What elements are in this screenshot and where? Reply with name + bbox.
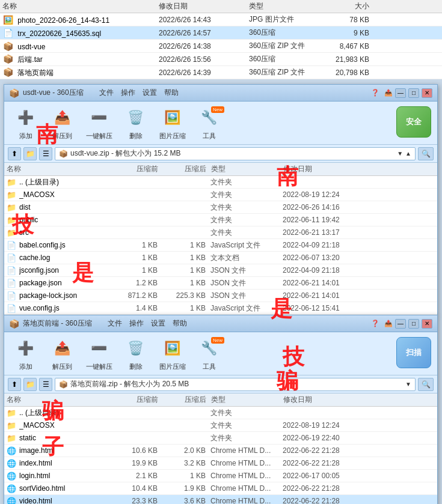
zip-file-row-zip-file-rows-1-10[interactable]: 📄 vue.config.js 1.4 KB 1 KB JavaScript 文… [4, 302, 437, 315]
win-controls-1[interactable]: ❓ 📤 — □ ✕ [371, 88, 432, 98]
zip-file-row-zip-file-rows-1-8[interactable]: 📄 package.json 1.2 KB 1 KB JSON 文件 2022-… [4, 277, 437, 290]
addr-arrow2-1[interactable]: ▲ [405, 150, 411, 157]
zip-file-row-zip-file-rows-1-6[interactable]: 📄 cache.log 1 KB 1 KB 文本文档 2022-06-07 13… [4, 252, 437, 264]
addr-path-text-1: usdt-vue.zip - 解包大小为 15.2 MB [70, 148, 180, 159]
toolbar-btn-0[interactable]: ➕ 添加 [9, 105, 42, 141]
bg-file-row-4[interactable]: 📦 落地页前端 2022/6/26 14:39 360压缩 ZIP 文件 20,… [0, 66, 442, 79]
close-btn-1[interactable]: ✕ [422, 88, 432, 98]
nav-list-2[interactable]: ☰ [39, 378, 52, 391]
zfile-icon-0: 📁 [7, 178, 17, 187]
zip-file-row-zip-file-rows-1-1[interactable]: 📁 _MACOSX 文件夹 2022-08-19 12:24 [4, 189, 437, 201]
win-controls-2[interactable]: ❓ 📤 — □ ✕ [371, 319, 432, 329]
zfile-icon-0: 📁 [7, 408, 17, 417]
zfile-type-4: Chrome HTML D... [210, 459, 283, 467]
zip-filelist-1: 名称 压缩前 压缩后 类型 修改日期 📁 .. (上级目录) 文件夹 📁 _MA… [4, 163, 437, 315]
toolbar-btn-3[interactable]: 🗑️ 删除 [119, 105, 152, 141]
menu-help-1[interactable]: 帮助 [164, 88, 179, 98]
toolbar-btn-1[interactable]: 📤 解压到 [46, 336, 79, 371]
zip-file-row-zip-file-rows-1-9[interactable]: 📄 package-lock.json 871.2 KB 225.3 KB JS… [4, 290, 437, 302]
nav-list-1[interactable]: ☰ [39, 147, 52, 160]
toolbar-btn-2[interactable]: ➖ 一键解压 [82, 105, 115, 141]
toolbar-btn-4[interactable]: 🖼️ 图片压缩 [156, 336, 189, 371]
zip-file-row-zip-file-rows-2-6[interactable]: 🌐 sortVideo.html 10.4 KB 1.9 KB Chrome H… [4, 482, 437, 495]
toolbar-btn-3[interactable]: 🗑️ 删除 [119, 336, 152, 371]
toolbar-btn-wrap-zip-toolbar-buttons-1-3: 🗑️ 删除 [119, 105, 152, 141]
addr-arrow-2[interactable]: ▼ [405, 381, 411, 387]
bg-file-row-1[interactable]: 📄 trx_20220626_145635.sql 2022/6/26 14:5… [0, 26, 442, 40]
toolbar-btn-label-3: 删除 [129, 132, 143, 141]
zfile-date-2: 2022-06-19 22:40 [283, 434, 373, 442]
zfile-after-3: 2.0 KB [162, 446, 210, 455]
toolbar-btn-label-3: 删除 [129, 362, 143, 371]
zip-file-row-zip-file-rows-1-4[interactable]: 📁 src 文件夹 2022-06-21 13:17 [4, 226, 437, 239]
bg-file-size-3: 21,983 KB [321, 55, 369, 64]
restore-btn-2[interactable]: □ [408, 319, 419, 329]
bg-file-row-0[interactable]: 🖼️ photo_2022-06-26_14-43-11 2022/6/26 1… [0, 13, 442, 26]
menu-ops-1[interactable]: 操作 [121, 88, 135, 98]
menu-file-1[interactable]: 文件 [99, 88, 114, 98]
nav-folder-1[interactable]: 📁 [23, 147, 37, 160]
menu-help-2[interactable]: 帮助 [173, 318, 187, 329]
menu-file-2[interactable]: 文件 [108, 318, 122, 329]
zip-addressbar-2: ⬆ 📁 ☰ 📦 落地页前端.zip - 解包大小为 20.5 MB ▼ 🔍 [4, 375, 437, 393]
bg-file-date-4: 2022/6/26 14:39 [159, 68, 249, 77]
toolbar-btn-label-1: 解压到 [52, 132, 72, 141]
zip-filelist-2: 名称 压缩前 压缩后 类型 修改日期 📁 .. (上级目录) 文件夹 📁 _MA… [4, 393, 437, 504]
zfile-name-3: image.html [19, 446, 114, 455]
minimize-btn-2[interactable]: — [395, 319, 406, 329]
zip-file-row-zip-file-rows-1-2[interactable]: 📁 dist 文件夹 2022-06-26 14:16 [4, 201, 437, 214]
bg-file-row-2[interactable]: 📦 usdt-vue 2022/6/26 14:38 360压缩 ZIP 文件 … [0, 40, 442, 53]
zip-menu-2[interactable]: 文件 操作 设置 帮助 [108, 318, 187, 329]
toolbar-btn-icon-3: 🗑️ [123, 336, 149, 361]
zfile-name-7: video.html [19, 497, 114, 504]
zip-file-row-zip-file-rows-1-5[interactable]: 📄 babel.config.js 1 KB 1 KB JavaScript 文… [4, 239, 437, 252]
toolbar-btn-0[interactable]: ➕ 添加 [9, 336, 42, 371]
zip-file-row-zip-file-rows-2-1[interactable]: 📁 _MACOSX 文件夹 2022-08-19 12:24 [4, 419, 437, 432]
zfile-type-3: 文件夹 [210, 215, 283, 225]
zip-file-row-zip-file-rows-1-0[interactable]: 📁 .. (上级目录) 文件夹 [4, 176, 437, 189]
safe-button-1[interactable]: 安全 [396, 106, 431, 138]
restore-btn-1[interactable]: □ [408, 88, 419, 98]
zip-file-row-zip-file-rows-2-7[interactable]: 🌐 video.html 23.3 KB 3.6 KB Chrome HTML … [4, 495, 437, 504]
zip-file-row-zip-file-rows-1-7[interactable]: 📄 jsconfig.json 1 KB 1 KB JSON 文件 2022-0… [4, 264, 437, 277]
toolbar-btn-wrap-zip-toolbar-buttons-1-0: ➕ 添加 [9, 105, 42, 141]
zip-file-row-zip-file-rows-2-4[interactable]: 🌐 index.html 19.9 KB 3.2 KB Chrome HTML … [4, 457, 437, 470]
zfile-name-0: .. (上级目录) [19, 177, 114, 187]
toolbar-btn-1[interactable]: 📤 解压到 [46, 105, 79, 141]
toolbar-btn-2[interactable]: ➖ 一键解压 [82, 336, 115, 371]
toolbar-btn-icon-1: 📤 [50, 105, 75, 130]
bg-file-nametext-0: photo_2022-06-26_14-43-11 [17, 16, 109, 25]
zfile-icon-7: 🌐 [7, 497, 17, 505]
zfile-icon-7: 📄 [7, 266, 17, 275]
menu-settings-1[interactable]: 设置 [143, 88, 157, 98]
toolbar-btn-4[interactable]: 🖼️ 图片压缩 [156, 105, 189, 141]
addr-search-2[interactable]: 🔍 [418, 378, 434, 391]
bg-file-type-4: 360压缩 ZIP 文件 [249, 67, 321, 77]
bg-file-row-3[interactable]: 📦 后端.tar 2022/6/26 15:56 360压缩 21,983 KB [0, 53, 442, 66]
zfile-type-2: 文件夹 [210, 433, 283, 443]
zip-file-row-zip-file-rows-2-0[interactable]: 📁 .. (上级目录) 文件夹 [4, 407, 437, 419]
zip-file-row-zip-file-rows-2-3[interactable]: 🌐 image.html 10.6 KB 2.0 KB Chrome HTML … [4, 445, 437, 457]
scan-button-2[interactable]: 扫描 [396, 337, 431, 368]
zfile-date-4: 2022-06-22 21:28 [283, 459, 373, 467]
zfile-icon-1: 📁 [7, 190, 17, 199]
zfile-date-10: 2022-06-12 15:41 [283, 304, 373, 312]
menu-settings-2[interactable]: 设置 [151, 318, 165, 329]
zip-file-row-zip-file-rows-2-2[interactable]: 📁 static 文件夹 2022-06-19 22:40 [4, 432, 437, 445]
nav-folder-2[interactable]: 📁 [23, 378, 37, 391]
close-btn-2[interactable]: ✕ [422, 319, 432, 329]
zip-window-1: 📦 usdt-vue - 360压缩 文件 操作 设置 帮助 ❓ 📤 — □ ✕… [4, 84, 438, 315]
zfile-icon-5: 📄 [7, 241, 17, 250]
addr-search-1[interactable]: 🔍 [418, 147, 434, 160]
menu-ops-2[interactable]: 操作 [129, 318, 144, 329]
zip-file-row-zip-file-rows-1-3[interactable]: 📁 public 文件夹 2022-06-11 19:42 [4, 214, 437, 226]
nav-up-1[interactable]: ⬆ [8, 147, 21, 160]
addr-arrow-1[interactable]: ▼ [397, 150, 403, 157]
zip-file-row-zip-file-rows-2-5[interactable]: 🌐 login.html 2.1 KB 1 KB Chrome HTML D..… [4, 470, 437, 482]
nav-up-2[interactable]: ⬆ [8, 378, 21, 391]
zcol-type-hdr: 类型 [211, 164, 283, 174]
toolbar-btn-label-4: 图片压缩 [159, 362, 186, 371]
zfile-type-2: 文件夹 [210, 202, 283, 213]
minimize-btn-1[interactable]: — [395, 88, 406, 98]
zip-menu-1[interactable]: 文件 操作 设置 帮助 [99, 88, 179, 98]
